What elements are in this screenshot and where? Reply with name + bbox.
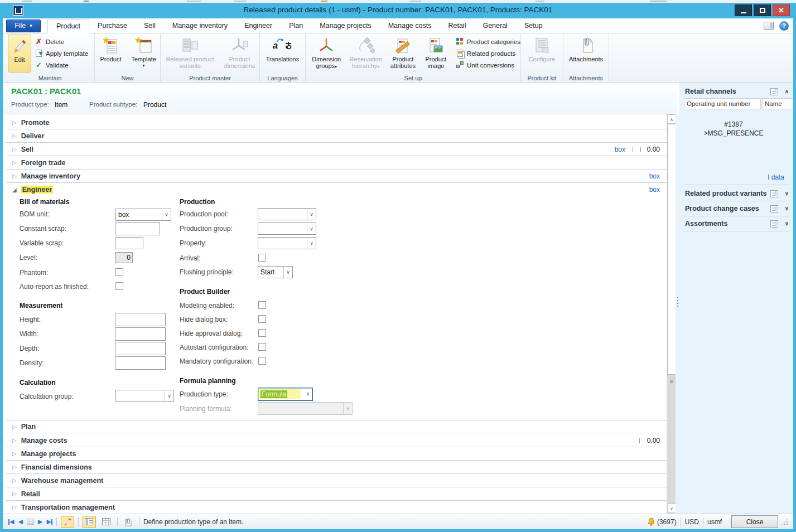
tab-setup[interactable]: Setup xyxy=(516,18,551,33)
section-foreign-trade[interactable]: ▷Foreign trade xyxy=(6,156,667,170)
section-manage-projects[interactable]: ▷Manage projects xyxy=(6,447,667,461)
layout-icon[interactable] xyxy=(764,22,774,30)
new-template-button[interactable]: Template ▾ xyxy=(128,35,160,72)
constant-scrap-input[interactable] xyxy=(115,223,160,235)
tab-retail[interactable]: Retail xyxy=(440,18,474,33)
previous-record-button[interactable]: ◀ xyxy=(18,518,22,525)
tab-plan[interactable]: Plan xyxy=(281,18,311,33)
scroll-up-button[interactable]: ∧ xyxy=(667,114,676,124)
section-financial-dimensions[interactable]: ▷Financial dimensions xyxy=(6,461,667,474)
hide-dialog-checkbox[interactable] xyxy=(258,315,266,323)
section-manage-inventory[interactable]: ▷Manage inventory box xyxy=(6,170,667,183)
edit-mode-toggle[interactable] xyxy=(61,516,74,528)
column-header-name[interactable]: Name xyxy=(762,98,793,109)
product-image-button[interactable]: Product image xyxy=(422,35,450,72)
section-retail[interactable]: ▷Retail xyxy=(6,487,667,501)
translations-button[interactable]: a Translations xyxy=(262,35,303,72)
column-header-operating-unit[interactable]: Operating unit number xyxy=(684,98,761,109)
section-manage-costs[interactable]: ▷Manage costs 0.00 xyxy=(6,434,667,447)
delete-button[interactable]: ✗Delete xyxy=(35,36,88,47)
validate-button[interactable]: ✓Validate xyxy=(35,59,88,71)
variable-scrap-input[interactable] xyxy=(115,237,143,249)
depth-input[interactable] xyxy=(115,342,166,355)
factbox-window-icon[interactable] xyxy=(770,220,778,228)
tab-product[interactable]: Product xyxy=(47,19,89,33)
next-record-button[interactable]: ▶ xyxy=(38,518,42,525)
minimize-button[interactable] xyxy=(735,4,752,16)
tab-general[interactable]: General xyxy=(474,18,515,33)
autostart-configuration-checkbox[interactable] xyxy=(258,343,266,351)
chevron-up-icon[interactable]: ∧ xyxy=(785,88,789,94)
retail-channels-header[interactable]: Retail channels xyxy=(685,88,736,95)
section-promote[interactable]: ▷Promote xyxy=(6,116,667,129)
attachments-button[interactable]: Attachments xyxy=(565,35,607,72)
section-warehouse-management[interactable]: ▷Warehouse management xyxy=(6,474,667,487)
product-change-cases-header[interactable]: Product change cases xyxy=(685,205,759,212)
tab-manage-projects[interactable]: Manage projects xyxy=(311,18,379,33)
production-type-combobox[interactable]: Formula ∨ xyxy=(258,388,313,401)
close-window-button[interactable]: ✕ xyxy=(773,4,790,16)
combo-arrow-icon[interactable]: ∨ xyxy=(307,238,316,249)
production-group-combobox[interactable]: ∨ xyxy=(258,223,316,235)
dimension-groups-button[interactable]: Dimension groups▾ xyxy=(308,35,345,72)
close-form-button[interactable]: Close xyxy=(731,515,778,528)
combo-arrow-icon[interactable]: ∨ xyxy=(307,223,316,234)
scrollbar-thumb[interactable] xyxy=(667,124,676,375)
currency-indicator[interactable]: USD xyxy=(685,518,699,526)
section-deliver[interactable]: ▷Deliver xyxy=(6,129,667,143)
scrollbar-split-grip[interactable]: ≡ xyxy=(668,378,675,385)
chevron-down-icon[interactable]: ∨ xyxy=(785,205,789,211)
auto-report-checkbox[interactable] xyxy=(115,282,123,290)
resize-grip[interactable] xyxy=(782,519,788,525)
product-attributes-button[interactable]: Product attributes xyxy=(387,35,419,72)
engineer-unit-link[interactable]: box xyxy=(649,186,660,194)
section-plan[interactable]: ▷Plan xyxy=(6,420,667,433)
tab-manage-inventory[interactable]: Manage inventory xyxy=(164,18,236,33)
notifications-button[interactable]: (3697) xyxy=(647,518,677,526)
combo-arrow-icon[interactable]: ∨ xyxy=(162,209,171,220)
help-icon[interactable]: ? xyxy=(779,21,789,31)
related-products-button[interactable]: Related products xyxy=(456,47,520,59)
phantom-checkbox[interactable] xyxy=(115,268,123,276)
section-sell[interactable]: ▷Sell box0.00 xyxy=(6,143,667,156)
factbox-window-icon[interactable] xyxy=(770,88,778,95)
production-pool-combobox[interactable]: ∨ xyxy=(258,208,316,220)
calculation-group-combobox[interactable]: ∨ xyxy=(115,390,174,402)
product-categories-button[interactable]: Product categories xyxy=(456,36,520,47)
height-input[interactable] xyxy=(115,313,166,326)
form-view-button[interactable] xyxy=(83,516,96,528)
hide-approval-checkbox[interactable] xyxy=(258,329,266,337)
combo-arrow-icon[interactable]: ∨ xyxy=(283,267,292,278)
grid-view-button[interactable] xyxy=(100,516,113,528)
combo-arrow-icon[interactable]: ∨ xyxy=(307,209,316,220)
vertical-scrollbar[interactable]: ∧ ≡ ∨ xyxy=(667,114,676,514)
flushing-principle-combobox[interactable]: Start∨ xyxy=(258,266,293,278)
combo-arrow-icon[interactable]: ∨ xyxy=(303,388,312,400)
combo-arrow-icon[interactable]: ∨ xyxy=(165,390,173,402)
modeling-enabled-checkbox[interactable] xyxy=(258,301,266,309)
tab-engineer[interactable]: Engineer xyxy=(236,18,281,33)
scroll-down-button[interactable]: ∨ xyxy=(667,504,676,513)
assortments-header[interactable]: Assortments xyxy=(685,220,727,228)
new-product-button[interactable]: Product xyxy=(96,35,126,72)
section-transportation-management[interactable]: ▷Transportation management xyxy=(6,501,667,514)
factbox-splitter[interactable] xyxy=(676,114,679,514)
related-product-variants-header[interactable]: Related product variants xyxy=(685,190,767,197)
edit-button[interactable]: Edit xyxy=(8,35,31,72)
chevron-down-icon[interactable]: ∨ xyxy=(785,190,789,196)
first-record-button[interactable]: ◀ xyxy=(8,518,14,525)
factbox-data-link[interactable]: I data xyxy=(768,173,784,181)
factbox-window-icon[interactable] xyxy=(770,205,778,212)
density-input[interactable] xyxy=(115,356,166,370)
maximize-button[interactable] xyxy=(754,4,771,16)
bom-unit-combobox[interactable]: box∨ xyxy=(115,209,171,221)
width-input[interactable] xyxy=(115,327,166,341)
unit-conversions-button[interactable]: Unit conversions xyxy=(456,59,520,71)
chevron-down-icon[interactable]: ∨ xyxy=(785,220,789,226)
last-record-button[interactable]: ▶ xyxy=(46,518,52,525)
file-menu-button[interactable]: File▾ xyxy=(6,20,41,32)
tab-manage-costs[interactable]: Manage costs xyxy=(380,18,440,33)
tab-sell[interactable]: Sell xyxy=(136,18,164,33)
mandatory-configuration-checkbox[interactable] xyxy=(258,357,266,365)
document-attachment-button[interactable] xyxy=(122,516,135,528)
